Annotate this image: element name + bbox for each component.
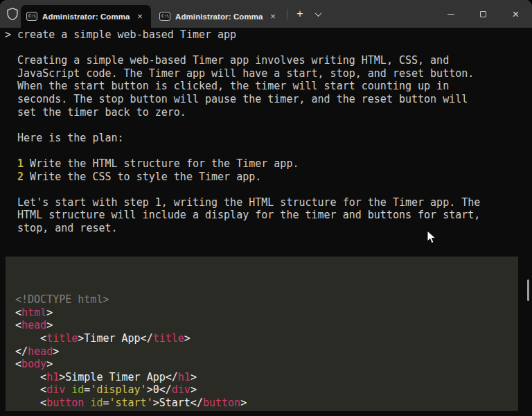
terminal-line: HTML structure will include a display fo… (5, 209, 480, 222)
tab-dropdown-button[interactable] (310, 6, 326, 22)
code-line: <h1>Simple Timer App</h1> (15, 371, 518, 384)
titlebar: C:\ Administrator: Command Pro × C:\ Adm… (0, 0, 532, 28)
code-block: <!DOCTYPE html><html><head> <title>Timer… (6, 257, 518, 411)
tab-close-icon[interactable]: × (268, 12, 278, 21)
code-line: <!DOCTYPE html> (15, 293, 518, 306)
code-block-content: <!DOCTYPE html><html><head> <title>Timer… (15, 293, 518, 411)
terminal-line: Let's start with step 1, writing the HTM… (5, 196, 480, 209)
terminal-window: C:\ Administrator: Command Pro × C:\ Adm… (0, 0, 532, 416)
terminal-line: JavaScript code. The Timer app will have… (5, 67, 480, 80)
minimize-icon (447, 14, 454, 15)
maximize-icon (480, 11, 486, 17)
terminal-line: > create a simple web-based Timer app (5, 28, 480, 42)
minimize-button[interactable] (434, 0, 467, 28)
code-line: <title>Timer App</title> (15, 332, 518, 345)
terminal-line (5, 119, 480, 132)
terminal-content[interactable]: > create a simple web-based Timer app Cr… (0, 28, 532, 416)
terminal-line (5, 42, 480, 55)
terminal-line: Here is the plan: (5, 132, 480, 145)
terminal-line: When the start button is clicked, the ti… (5, 80, 480, 93)
terminal-line (5, 144, 480, 157)
code-line: <body> (15, 358, 518, 371)
close-icon: × (513, 8, 520, 20)
terminal-line: seconds. The stop button will pause the … (5, 93, 480, 106)
code-line: <html> (15, 306, 518, 320)
cmd-prompt-icon: C:\ (26, 12, 37, 21)
window-controls: × (434, 0, 532, 28)
terminal-line: set the timer back to zero. (5, 106, 480, 119)
tab-title: Administrator: Command Pron (175, 12, 263, 21)
terminal-line: 2 Write the CSS to style the Timer app. (5, 171, 480, 184)
tab-administrator-command-pro[interactable]: C:\ Administrator: Command Pro × (21, 5, 151, 28)
admin-shield-icon (7, 8, 18, 20)
tab-administrator-command-pron[interactable]: C:\ Administrator: Command Pron × (154, 5, 284, 28)
code-line: <button id='start'>Start</button> (15, 397, 518, 410)
terminal-line: stop, and reset. (5, 222, 480, 235)
mouse-cursor-icon (427, 230, 436, 245)
scrollbar-thumb[interactable] (527, 279, 529, 301)
maximize-button[interactable] (467, 0, 499, 28)
tab-title: Administrator: Command Pro (42, 12, 130, 21)
code-line: <div id='display'>0</div> (15, 383, 518, 397)
terminal-output: > create a simple web-based Timer app Cr… (5, 28, 480, 235)
cmd-prompt-icon: C:\ (159, 12, 170, 21)
chevron-down-icon (314, 10, 321, 17)
tab-close-icon[interactable]: × (135, 12, 145, 21)
terminal-line (5, 183, 480, 196)
tab-bar-divider (287, 9, 287, 19)
new-tab-button[interactable]: + (292, 6, 308, 22)
terminal-line: Creating a simple web-based Timer app in… (5, 54, 480, 67)
code-line: <button id='stop'>Stop</button> (15, 410, 518, 411)
code-line: <head> (15, 319, 518, 332)
close-button[interactable]: × (499, 0, 532, 28)
terminal-line: 1 Write the HTML structure for the Timer… (5, 157, 480, 171)
code-line: </head> (15, 345, 518, 358)
